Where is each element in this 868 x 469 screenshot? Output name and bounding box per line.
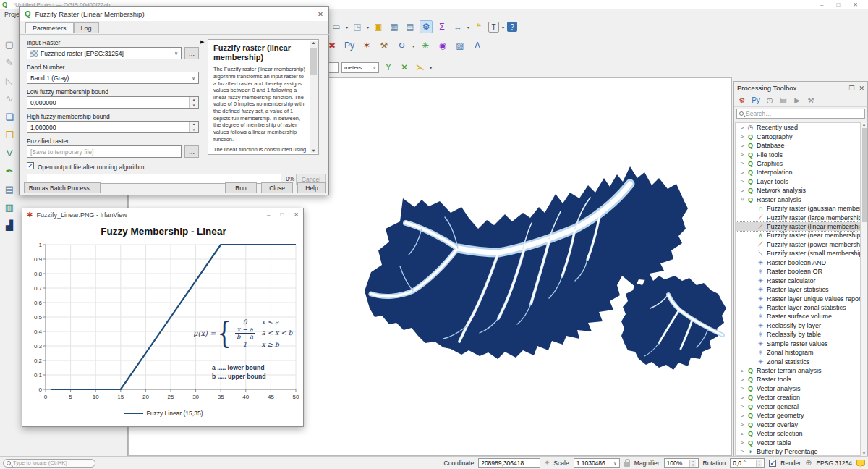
dropdown-arrow-icon[interactable]: ▾ [346, 25, 348, 30]
chevron-icon[interactable]: > [739, 161, 746, 166]
render-checkbox[interactable]: ✓ [769, 460, 776, 467]
toolbox-alg-fuzzify-raster-gaussian-membership[interactable]: ∩Fuzzify raster (gaussian membership) [736, 204, 860, 213]
low-bound-spinbox[interactable]: ▴▾ [27, 96, 199, 109]
crs-globe-icon[interactable]: ⊕ [805, 458, 812, 468]
options-icon[interactable]: ⚒ [806, 96, 816, 106]
toolbox-group-vector-selection[interactable]: >QVector selection [736, 429, 860, 438]
toolbox-group-network-analysis[interactable]: >QNetwork analysis [736, 186, 860, 195]
locate-box[interactable] [3, 459, 95, 468]
tab-log[interactable]: Log [74, 22, 99, 33]
search-input[interactable] [746, 110, 862, 117]
toolbox-group-raster-tools[interactable]: >QRaster tools [736, 375, 860, 384]
chevron-icon[interactable]: > [739, 377, 746, 382]
dropdown-arrow-icon[interactable]: ▾ [367, 25, 369, 30]
toolbox-alg-raster-calculator[interactable]: ✳Raster calculator [736, 276, 860, 284]
maximize-button[interactable]: □ [836, 1, 840, 8]
tab-parameters[interactable]: Parameters [25, 22, 74, 33]
coordinate-input[interactable] [481, 460, 537, 467]
toolbox-alg-raster-layer-unique-values-report[interactable]: ✳Raster layer unique values report [736, 294, 860, 303]
dropdown-arrow-icon[interactable]: ▾ [467, 25, 469, 30]
measure-icon[interactable]: ↔ [451, 20, 464, 33]
dialog-close-button[interactable]: ✕ [318, 10, 323, 18]
scroll-thumb[interactable] [310, 48, 317, 75]
coordinate-field[interactable] [478, 458, 540, 468]
toolbox-group-vector-overlay[interactable]: >QVector overlay [736, 420, 860, 428]
chevron-icon[interactable]: > [739, 125, 746, 130]
scroll-down-icon[interactable]: ▼ [310, 148, 318, 153]
toolbox-group-vector-general[interactable]: >QVector general [736, 402, 860, 411]
run-as-batch-button[interactable]: Run as Batch Process… [24, 182, 101, 193]
high-bound-input[interactable] [27, 124, 189, 131]
lambda-icon[interactable]: Λ [471, 39, 484, 52]
python-scripts-icon[interactable]: Py [751, 96, 761, 106]
toolbox-group-raster-analysis[interactable]: >QRaster analysis [736, 195, 860, 204]
dropdown-arrow-icon[interactable]: ▾ [502, 25, 504, 30]
toolbox-search[interactable] [736, 109, 865, 119]
toolbox-group-layer-tools[interactable]: >QLayer tools [736, 177, 860, 186]
open-output-checkbox[interactable]: ✓ [27, 162, 34, 169]
chevron-icon[interactable]: > [739, 404, 746, 409]
dropdown-arrow-icon[interactable]: ▾ [412, 43, 414, 48]
toolbox-alg-fuzzify-raster-power-membership[interactable]: ⟋Fuzzify raster (power membership) [736, 240, 860, 249]
output-browse-button[interactable]: … [184, 145, 199, 158]
toolbox-alg-reclassify-by-table[interactable]: ✳Reclassify by table [736, 330, 860, 339]
irfanview-titlebar[interactable]: ✱ Fuzzify_Linear.PNG - IrfanView – □ ✕ [22, 208, 303, 221]
scroll-thumb[interactable] [862, 128, 867, 222]
toolbox-alg-reclassify-by-layer[interactable]: ✳Reclassify by layer [736, 321, 860, 330]
edit-icon[interactable]: ✎ [3, 56, 16, 69]
new-geopackage-icon[interactable]: ✒ [3, 164, 16, 177]
chevron-icon[interactable]: > [739, 440, 746, 445]
results-viewer-icon[interactable]: ▤ [778, 96, 788, 106]
statistics-icon[interactable]: Σ [435, 20, 448, 33]
toolbox-alg-zonal-statistics[interactable]: ✳Zonal statistics [736, 357, 860, 366]
edit-features-inplace-icon[interactable]: ▶ [792, 96, 802, 106]
toolbox-alg-raster-boolean-and[interactable]: ✳Raster boolean AND [736, 258, 860, 267]
output-raster-field[interactable] [27, 145, 182, 158]
spin-down-icon[interactable]: ▾ [757, 463, 762, 467]
chevron-icon[interactable]: > [739, 179, 746, 184]
spin-up-icon[interactable]: ▴ [190, 97, 198, 103]
refresh-icon[interactable]: ↻ [395, 39, 408, 52]
spin-up-icon[interactable]: ▴ [190, 122, 198, 127]
scale-select[interactable]: ∨ [574, 458, 620, 468]
lock-scale-icon[interactable] [624, 462, 630, 467]
menu-project[interactable]: Proje [4, 11, 20, 18]
chevron-icon[interactable]: > [739, 431, 746, 436]
band-number-select[interactable]: Band 1 (Gray) ∨ [27, 72, 199, 84]
toolbox-group-vector-table[interactable]: >QVector table [736, 438, 860, 447]
scale-input[interactable] [576, 460, 614, 467]
select-features-icon[interactable]: ▭ [330, 20, 343, 33]
toolbox-alg-sample-raster-values[interactable]: ✳Sample raster values [736, 339, 860, 348]
chevron-icon[interactable]: > [739, 170, 746, 175]
high-bound-spinbox[interactable]: ▴▾ [27, 121, 199, 133]
close-button[interactable]: ✕ [853, 1, 858, 8]
dialog-titlebar[interactable]: Q Fuzzify Raster (Linear Membership) ✕ [20, 7, 328, 21]
chevron-icon[interactable]: > [740, 196, 745, 203]
close-dialog-button[interactable]: Close [261, 182, 293, 193]
close-button[interactable]: ✕ [294, 211, 299, 218]
map-tips-icon[interactable]: ❝ [472, 20, 485, 33]
add-raster-layer-icon[interactable]: ❒ [3, 128, 16, 141]
help-button[interactable]: Help [297, 182, 326, 193]
attribute-table-icon[interactable]: ▦ [388, 20, 401, 33]
toolbox-group-raster-terrain-analysis[interactable]: >QRaster terrain analysis [736, 366, 860, 375]
epsg-label[interactable]: EPSG:31254 [816, 460, 852, 467]
edit-labels-icon[interactable]: ▣ [372, 20, 385, 33]
spin-down-icon[interactable]: ▾ [190, 127, 198, 133]
toolbox-alg-raster-layer-statistics[interactable]: ✳Raster layer statistics [736, 285, 860, 294]
input-raster-browse-button[interactable]: … [184, 47, 199, 59]
chevron-icon[interactable]: > [739, 395, 746, 400]
toolbox-scrollbar[interactable]: ▲ ▼ [861, 122, 867, 456]
toolbox-group-file-tools[interactable]: >QFile tools [736, 150, 860, 159]
collapse-help-icon[interactable]: ▶ [200, 39, 204, 45]
input-raster-select[interactable]: Fuzzified raster [EPSG:31254] ∨ [27, 47, 182, 59]
models-icon[interactable]: ⚙ [737, 96, 747, 106]
minimize-button[interactable]: – [820, 1, 823, 8]
toolbox-group-vector-creation[interactable]: >QVector creation [736, 393, 860, 402]
chevron-icon[interactable]: > [739, 188, 746, 193]
rotation-input[interactable] [733, 460, 756, 467]
plugin-tool-icon[interactable]: ⚒ [378, 39, 391, 52]
toolbox-group-graphics[interactable]: >QGraphics [736, 159, 860, 168]
processing-toolbox-icon[interactable]: ⚙ [420, 20, 433, 33]
minimize-button[interactable]: – [267, 211, 270, 218]
